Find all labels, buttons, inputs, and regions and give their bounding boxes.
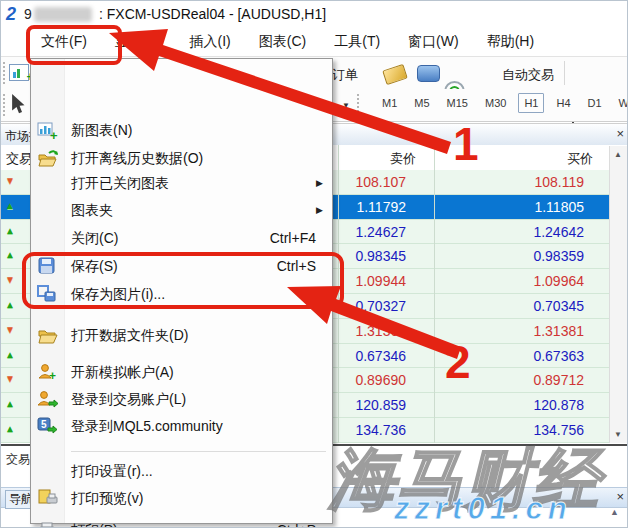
account-number-blur (34, 7, 92, 22)
scroll-up-icon[interactable]: ▲ (610, 507, 619, 517)
buy-price: 0.89712 (533, 372, 584, 388)
timeframe-m5[interactable]: M5 (409, 94, 434, 112)
menu-item-label: 新图表(N) (71, 122, 132, 140)
menu-item-label: 打印(P)... (71, 522, 129, 528)
menu-item-shortcut: Ctrl+F4 (270, 230, 316, 246)
chevron-down-icon[interactable]: ▼ (342, 101, 350, 110)
open-data-folder-icon (37, 326, 59, 346)
timeframe-w1[interactable]: W1 (614, 94, 628, 112)
trend-up-icon: ▲ (5, 398, 15, 410)
window-title: : FXCM-USDReal04 - [AUDUSD,H1] (99, 6, 326, 22)
annotation-box-data-folder (22, 252, 344, 309)
timeframe-h4[interactable]: H4 (551, 94, 575, 112)
trend-up-icon: ▲ (5, 299, 15, 311)
file-menu-item-1[interactable]: 打开离线历史数据(O) (31, 146, 332, 172)
account-plus-icon: + (37, 363, 59, 383)
file-menu-item-2[interactable]: 打开已关闭图表▶ (31, 171, 332, 197)
annotation-step-1: 1 (453, 117, 479, 171)
buy-price: 120.878 (533, 397, 584, 413)
new-chart-toolbar-icon[interactable]: + (9, 64, 29, 81)
market-watch-scrollbar[interactable]: ▲ ▼ (609, 146, 628, 443)
trend-down-icon: ▼ (5, 324, 15, 336)
buy-price: 1.24642 (533, 224, 584, 240)
menu-item-shortcut: Ctrl+P (277, 522, 316, 528)
svg-text:+: + (50, 128, 58, 141)
buy-price: 1.11805 (534, 199, 584, 215)
file-menu-item-0[interactable]: +新图表(N) (31, 118, 332, 144)
scroll-up-icon[interactable]: ▲ (614, 150, 622, 159)
timeframe-m1[interactable]: M1 (377, 94, 402, 112)
column-buy[interactable]: 买价 (567, 150, 593, 168)
file-menu-item-10[interactable]: 5登录到MQL5.community (31, 414, 332, 440)
menu-bar-item-6[interactable]: 帮助(H) (483, 31, 538, 53)
file-menu-item-7[interactable]: 打开数据文件夹(D) (31, 323, 332, 349)
file-menu-item-12[interactable]: 打印预览(v) (31, 486, 332, 512)
menu-item-label: 开新模拟帐户(A) (71, 364, 174, 382)
history-center-icon[interactable] (382, 64, 408, 85)
menu-bar-item-4[interactable]: 工具(T) (330, 31, 384, 53)
file-menu-item-13[interactable]: 打印(P)...Ctrl+P (31, 518, 332, 528)
close-icon[interactable]: × (616, 490, 624, 504)
trend-down-icon: ▼ (5, 373, 15, 385)
sell-price: 1.11792 (356, 199, 406, 215)
toolbar-grip[interactable] (3, 94, 9, 116)
svg-text:5: 5 (41, 419, 47, 430)
cursor-tool-icon[interactable] (10, 94, 28, 116)
sell-price: 120.859 (355, 397, 406, 413)
title-bar: 2 9 : FXCM-USDReal04 - [AUDUSD,H1] (1, 1, 628, 28)
annotation-step-2: 2 (445, 335, 471, 389)
menu-item-label: 登录到MQL5.community (71, 418, 223, 436)
scroll-down-icon[interactable]: ▼ (614, 430, 622, 439)
column-sell[interactable]: 卖价 (390, 150, 416, 168)
autotrading-button[interactable]: 自动交易 (502, 66, 554, 84)
terminal-icon[interactable] (417, 65, 440, 82)
submenu-arrow-icon: ▶ (316, 205, 323, 215)
buy-price: 0.98359 (533, 248, 584, 264)
mql5-icon: 5 (37, 417, 59, 437)
menu-bar-item-3[interactable]: 图表(C) (255, 31, 310, 53)
menu-item-label: 打印设置(r)... (71, 463, 153, 481)
buy-price: 0.70345 (533, 298, 584, 314)
svg-text:+: + (49, 369, 56, 381)
trend-up-icon: ▲ (5, 423, 15, 435)
timeframe-m30[interactable]: M30 (480, 94, 511, 112)
buy-price: 1.31381 (533, 323, 584, 339)
column-divider (434, 145, 435, 443)
timeframe-d1[interactable]: D1 (583, 94, 607, 112)
menu-separator (71, 451, 326, 452)
menu-item-label: 打开离线历史数据(O) (71, 150, 203, 168)
timeframe-m15[interactable]: M15 (442, 94, 473, 112)
sell-price: 0.67346 (355, 348, 406, 364)
annotation-box-file-menu (26, 25, 122, 65)
sell-price: 1.24627 (355, 224, 406, 240)
print-preview-icon (37, 489, 59, 509)
file-menu-item-3[interactable]: 图表夹▶ (31, 198, 332, 224)
menu-item-label: 打开已关闭图表 (71, 175, 169, 193)
mt4-logo-icon: 2 (6, 4, 16, 25)
close-icon[interactable]: × (616, 127, 624, 141)
toolbar-grip[interactable] (357, 94, 363, 116)
buy-price: 108.119 (534, 174, 584, 190)
sell-price: 0.98345 (355, 248, 406, 264)
account-login-icon (37, 390, 59, 410)
trend-up-icon: ▲ (5, 200, 15, 212)
watermark-site: zzrt01.cn (394, 491, 572, 527)
file-menu-item-8[interactable]: +开新模拟帐户(A) (31, 360, 332, 386)
timeframe-h1[interactable]: H1 (518, 93, 544, 113)
sell-price: 0.89690 (355, 372, 406, 388)
file-menu-item-9[interactable]: 登录到交易账户(L) (31, 387, 332, 413)
menu-item-label: 登录到交易账户(L) (71, 391, 186, 409)
buy-price: 0.67363 (533, 348, 584, 364)
mt4-window: 2 9 : FXCM-USDReal04 - [AUDUSD,H1] 文件(F)… (0, 0, 628, 528)
sell-price: 0.70327 (355, 298, 406, 314)
file-menu-item-11[interactable]: 打印设置(r)... (31, 459, 332, 485)
trend-up-icon: ▲ (5, 249, 15, 261)
menu-item-label: 打印预览(v) (71, 490, 143, 508)
menu-bar-item-5[interactable]: 窗口(W) (404, 31, 463, 53)
menu-bar-item-2[interactable]: 插入(I) (186, 31, 235, 53)
sell-price: 1.31360 (355, 323, 406, 339)
menu-item-label: 关闭(C) (71, 230, 118, 248)
account-number-prefix: 9 (24, 6, 32, 22)
file-menu-item-4[interactable]: 关闭(C)Ctrl+F4 (31, 226, 332, 252)
menu-item-label: 图表夹 (71, 202, 113, 220)
